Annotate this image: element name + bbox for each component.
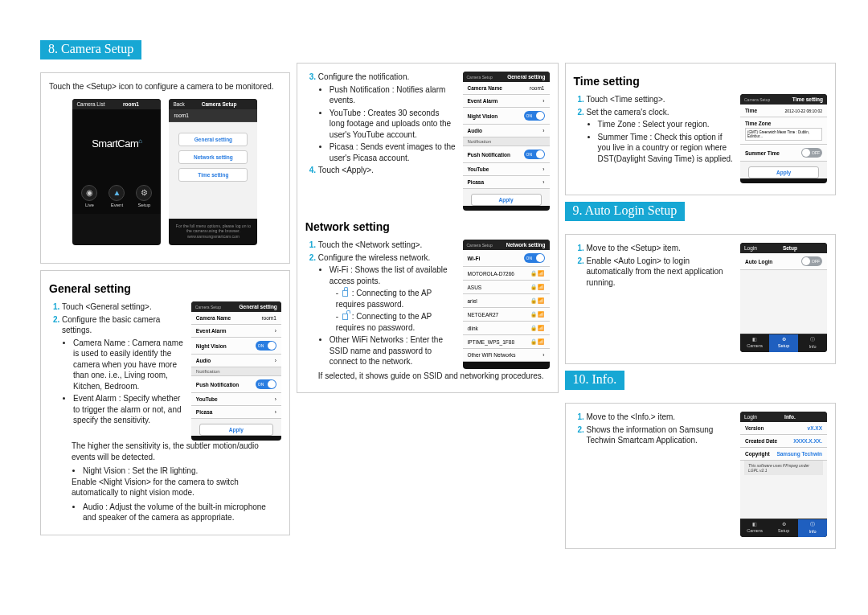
toggle-wifi[interactable]: ON [524, 253, 545, 263]
tab-setup[interactable]: ⚙Setup [769, 334, 798, 352]
ap-row[interactable]: MOTOROLA-D7266🔒 📶 [463, 267, 550, 281]
time-step-2: Set the camera's clock. Time Zone : Sele… [587, 107, 735, 165]
time-b2: Summer Time : Check this option if you l… [598, 132, 735, 165]
info-step-2: Shows the information on Samsung Techwin… [587, 424, 735, 446]
setup-button[interactable]: ⚙Setup [136, 185, 152, 207]
section-8-title: 8. Camera Setup [40, 40, 141, 59]
general-b3-note: Enable <Night Vision> for the camera to … [72, 477, 281, 498]
chevron-icon: › [275, 396, 276, 402]
ap-row[interactable]: ASUS🔒 📶 [463, 281, 550, 294]
net-step-4: Touch <Apply>. [318, 165, 457, 176]
net-b2: Other WiFi Networks : Enter the SSID nam… [330, 334, 457, 367]
screenshots-row-1: Camera Listroom1 SmartCam⌂ ◉Live ▲Event … [49, 99, 281, 246]
gear-icon: ⚙ [136, 185, 152, 201]
n3-b2: YouTube : Creates 30 seconds long footag… [330, 108, 457, 141]
setup-footnote: For the full menu options, please log on… [176, 223, 251, 234]
auto-step-2: Enable <Auto Login> to login automatical… [587, 256, 735, 289]
menu-general[interactable]: General setting [178, 133, 248, 146]
panel-general-setting: General setting Touch <General setting>.… [40, 270, 290, 535]
net-step-1: Touch the <Network setting>. [318, 240, 457, 251]
toggle-push[interactable]: ON [256, 379, 276, 389]
panel-auto-login: Move to the <Setup> item. Enable <Auto L… [565, 234, 837, 364]
home-buttons: ◉Live ▲Event ⚙Setup [72, 178, 161, 214]
chevron-icon: › [275, 328, 276, 334]
n3-b3: Picasa : Sends event images to the user'… [330, 141, 457, 163]
general-b4: Audio : Adjust the volume of the built-i… [83, 502, 281, 523]
lock-icon [342, 290, 348, 297]
section-9-title-wrap: 9. Auto Login Setup [565, 202, 837, 228]
net-b1a: : Connecting to the AP requires password… [336, 288, 457, 310]
general-step-2: Configure the basic camera settings. Cam… [62, 314, 185, 426]
tab-info[interactable]: ⓘInfo [798, 334, 827, 352]
panel-camera-setup-top: Touch the <Setup> icon to configure a ca… [40, 72, 290, 264]
event-button[interactable]: ▲Event [108, 185, 125, 207]
column-3: Time setting Touch <Time setting>. Set t… [565, 40, 837, 549]
screenshot-network: Camera SetupNetwork setting Wi-FiON MOTO… [463, 240, 550, 369]
chevron-icon: › [275, 358, 276, 363]
net-b1b: : Connecting to the AP requires no passw… [336, 311, 457, 333]
timezone-select[interactable]: (GMT) Greenwich Mean Time : Dublin, Edin… [745, 128, 822, 141]
apply-button[interactable]: Apply [199, 424, 273, 436]
section-8-title-wrap: 8. Camera Setup [40, 40, 290, 66]
panel-info: Move to the <Info.> item. Shows the info… [565, 403, 837, 549]
tab-camera[interactable]: ◧Camera [740, 519, 769, 537]
toggle-night[interactable]: ON [256, 341, 276, 351]
general-heading: General setting [49, 282, 281, 295]
screenshot-time: Camera SetupTime setting Time2012-10-22 … [740, 94, 827, 183]
lgpl-note: This software uses FFmpeg under LGPL v2.… [744, 461, 823, 475]
bell-icon: ▲ [108, 185, 125, 201]
general-b2: Event Alarm : Specify whether to trigger… [73, 393, 185, 426]
time-b1: Time Zone : Select your region. [598, 119, 735, 130]
network-note: If selected, it shows guide on SSID and … [318, 371, 550, 382]
other-networks[interactable]: Other WiFi Networks› [463, 349, 550, 362]
brand-text: SmartCam⌂ [92, 137, 141, 150]
back-label[interactable]: Back [173, 101, 184, 107]
crumb: Camera Setup [195, 305, 221, 310]
tab-setup[interactable]: ⚙Setup [769, 519, 798, 537]
net-step-3: Configure the notification. Push Notific… [318, 72, 457, 163]
menu-network[interactable]: Network setting [178, 150, 248, 164]
menu-time[interactable]: Time setting [178, 168, 248, 182]
ap-row[interactable]: ariel🔒 📶 [463, 294, 550, 308]
toggle-summer[interactable]: OFF [801, 148, 822, 158]
setup-url: www.samsungsmartcam.com [187, 234, 240, 239]
toggle-auto-login[interactable]: OFF [801, 256, 822, 266]
tab-info[interactable]: ⓘInfo [798, 519, 827, 537]
home-topbar-title: room1 [123, 101, 139, 107]
screenshot-general: Camera SetupGeneral setting Camera Namer… [191, 301, 281, 441]
camera-icon: ◧ [752, 522, 757, 527]
gear-icon: ⚙ [782, 337, 786, 342]
panel-network-top: Configure the notification. Push Notific… [297, 63, 559, 393]
apply-button[interactable]: Apply [748, 166, 819, 178]
general-b2-note: The higher the sensitivity is, the subtl… [72, 441, 281, 462]
page: 8. Camera Setup Touch the <Setup> icon t… [0, 0, 868, 565]
gen-title: General setting [240, 304, 277, 310]
auto-step-1: Move to the <Setup> item. [587, 243, 735, 254]
chevron-icon: › [275, 409, 276, 415]
lock-wifi-icon: 🔒 📶 [530, 270, 545, 277]
ap-row[interactable]: dlink🔒 📶 [463, 322, 550, 335]
intro-text: Touch the <Setup> icon to configure a ca… [49, 81, 281, 92]
screenshot-setup-menu: BackCamera Setup room1 General setting N… [169, 99, 257, 246]
column-1: 8. Camera Setup Touch the <Setup> icon t… [40, 40, 290, 549]
roof-icon: ⌂ [138, 137, 141, 145]
tab-camera[interactable]: ◧Camera [740, 334, 769, 352]
live-button[interactable]: ◉Live [81, 185, 97, 207]
brand-area: SmartCam⌂ [72, 109, 161, 178]
screenshot-general-2: Camera SetupGeneral setting Camera Namer… [463, 72, 550, 211]
info-icon: ⓘ [810, 522, 815, 527]
column-2: Configure the notification. Push Notific… [297, 40, 559, 549]
info-icon: ⓘ [810, 337, 815, 342]
screenshot-info: LoginInfo. VersionvX.XX Created DateXXXX… [740, 412, 827, 537]
camera-icon: ◧ [752, 337, 757, 342]
section-10-title: 10. Info. [565, 371, 625, 390]
ap-row[interactable]: NETGEAR27🔒 📶 [463, 308, 550, 322]
time-step-1: Touch <Time setting>. [587, 94, 735, 105]
ap-row[interactable]: IPTIME_WPS_1F88🔒 📶 [463, 335, 550, 349]
network-heading: Network setting [305, 220, 550, 233]
info-step-1: Move to the <Info.> item. [587, 412, 735, 423]
setup-title: Camera Setup [202, 101, 237, 107]
screenshot-auto-login: LoginSetup Auto LoginOFF ◧Camera ⚙Setup … [740, 243, 827, 352]
unlock-icon [342, 314, 348, 320]
play-icon: ◉ [81, 185, 97, 201]
